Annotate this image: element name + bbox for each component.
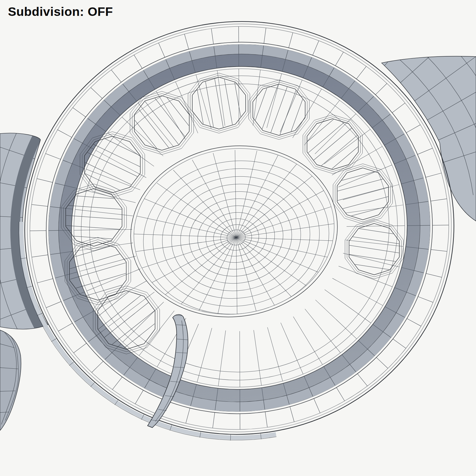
phone-body-arm-bottom-left [0, 330, 21, 431]
render-viewport: Subdivision: OFF [0, 0, 476, 476]
finger-hole [249, 71, 309, 148]
finger-hole [188, 66, 250, 141]
subdivision-status-label: Subdivision: OFF [8, 4, 113, 19]
wireframe-model-rotary-dial [0, 0, 476, 476]
dial-center-disc [119, 133, 353, 338]
